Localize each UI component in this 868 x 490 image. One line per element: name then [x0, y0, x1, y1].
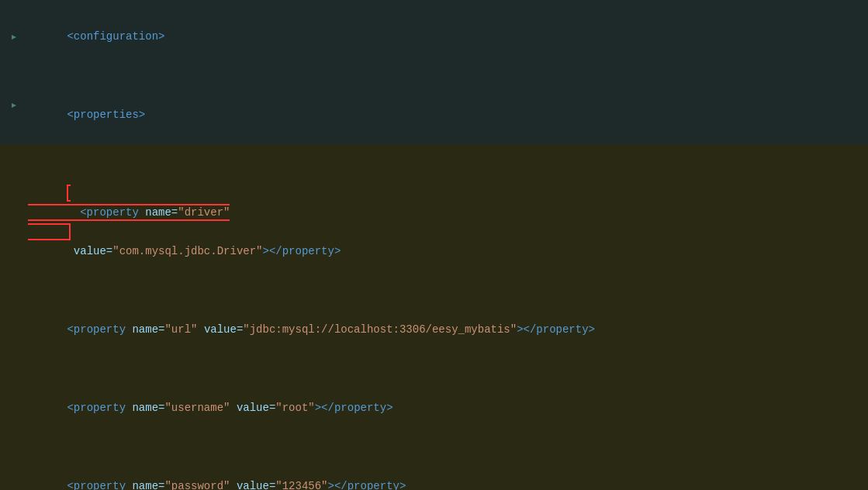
gutter-2: [6, 102, 22, 109]
code-editor: <configuration> <properties> <property n…: [0, 0, 868, 490]
line-2: <properties>: [0, 67, 868, 145]
line-1: <configuration>: [0, 8, 868, 67]
line-5: <property name="username" value="root"><…: [0, 359, 868, 437]
line-6: <property name="password" value="123456"…: [0, 437, 868, 490]
gutter-1: [6, 33, 22, 41]
line-4: <property name="url" value="jdbc:mysql:/…: [0, 281, 868, 360]
line-3: <property name="driver" value="com.mysql…: [0, 144, 868, 281]
svg-marker-0: [12, 35, 16, 40]
svg-marker-1: [12, 103, 16, 108]
